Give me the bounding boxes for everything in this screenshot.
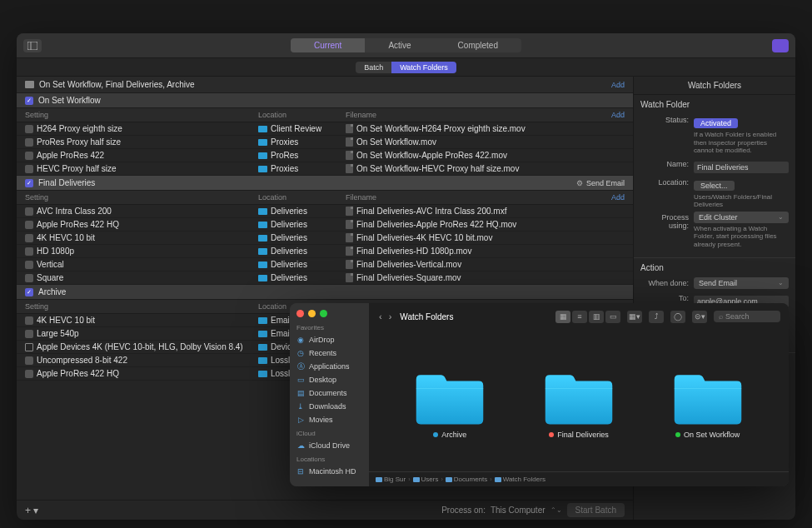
table-row[interactable]: ProRes Proxy half size Proxies On Set Wo…	[17, 136, 633, 149]
table-row[interactable]: HD 1080p Deliveries Final Deliveries-HD …	[17, 245, 633, 258]
folder-item[interactable]: Archive	[412, 371, 487, 439]
folder-icon	[258, 275, 267, 281]
sidebar-item-applications[interactable]: ⒶApplications	[290, 360, 369, 373]
folder-icon	[258, 235, 267, 242]
location-label: Location:	[640, 177, 689, 187]
preset-icon	[25, 370, 33, 378]
add-link[interactable]: Add	[611, 81, 625, 89]
list-view-button[interactable]: ≡	[572, 311, 587, 323]
start-batch-button[interactable]: Start Batch	[567, 503, 625, 517]
finder-window[interactable]: Favorites ◉AirDrop◷RecentsⒶApplications▭…	[290, 303, 789, 486]
add-link[interactable]: Add	[611, 193, 625, 202]
icon-view-button[interactable]: ▦	[555, 311, 570, 323]
sidebar-item-documents[interactable]: ▤Documents	[290, 386, 369, 400]
folder-icon	[258, 152, 267, 159]
group-button[interactable]: ▦▾	[627, 311, 642, 323]
name-input[interactable]	[694, 162, 789, 173]
location-select[interactable]: Select...	[694, 181, 735, 191]
table-row[interactable]: H264 Proxy eighth size Client Review On …	[17, 122, 633, 136]
subtab-batch[interactable]: Batch	[356, 62, 391, 73]
setting-name: HEVC Proxy half size	[37, 164, 117, 173]
tab-active[interactable]: Active	[365, 38, 434, 52]
table-row[interactable]: AVC Intra Class 200 Deliveries Final Del…	[17, 205, 633, 218]
sidebar-item-macintosh-hd[interactable]: ⊟Macintosh HD	[290, 465, 369, 478]
action-button[interactable]: ⊝▾	[692, 311, 707, 323]
add-link[interactable]: Add	[611, 111, 625, 119]
table-row[interactable]: Square Deliveries Final Deliveries-Squar…	[17, 271, 633, 285]
sidebar-icon: ▷	[296, 416, 305, 424]
path-segment[interactable]: Watch Folders	[495, 476, 545, 483]
share-button[interactable]: ⤴	[649, 311, 664, 323]
process-on-value[interactable]: This Computer	[491, 506, 545, 515]
path-segment[interactable]: Documents	[446, 476, 487, 483]
sidebar-item-recents[interactable]: ◷Recents	[290, 346, 369, 360]
folder-icon	[258, 126, 267, 132]
close-icon[interactable]	[296, 310, 304, 317]
finder-sidebar: Favorites ◉AirDrop◷RecentsⒶApplications▭…	[290, 303, 369, 486]
sidebar-icon: ▤	[296, 389, 305, 397]
table-row[interactable]: HEVC Proxy half size Proxies On Set Work…	[17, 162, 633, 176]
path-segment[interactable]: Users	[413, 476, 439, 483]
filename: On Set Workflow-H264 Proxy eighth size.m…	[356, 124, 526, 133]
tab-current[interactable]: Current	[291, 38, 365, 52]
status-value[interactable]: Activated	[694, 118, 738, 128]
minimize-icon[interactable]	[308, 310, 316, 317]
checkbox-icon[interactable]: ✓	[25, 179, 33, 187]
maximize-icon[interactable]	[320, 310, 327, 317]
folder-icon	[376, 477, 382, 482]
tag-button[interactable]: ◯	[670, 311, 685, 323]
sidebar-item-movies[interactable]: ▷Movies	[290, 413, 369, 426]
folder-icon	[258, 344, 267, 351]
preset-icon	[25, 138, 33, 147]
column-header: Setting Location Filename Add	[17, 108, 633, 122]
preset-icon	[25, 274, 33, 282]
checkbox-icon[interactable]: ✓	[25, 97, 33, 105]
subtab-watch-folders[interactable]: Watch Folders	[391, 62, 456, 73]
table-row[interactable]: Apple ProRes 422 ProRes On Set Workflow-…	[17, 149, 633, 162]
setting-name: Uncompressed 8-bit 422	[37, 356, 127, 365]
file-icon	[346, 164, 353, 173]
sidebar-item-desktop[interactable]: ▭Desktop	[290, 373, 369, 386]
file-icon	[346, 273, 353, 282]
process-using-dropdown[interactable]: Edit Cluster⌄	[694, 212, 789, 223]
table-row[interactable]: Apple ProRes 422 HQ Deliveries Final Del…	[17, 218, 633, 232]
search-input[interactable]: ⌕Search	[714, 311, 780, 322]
location-name: Deliveries	[271, 233, 307, 242]
checkbox-icon[interactable]: ✓	[25, 288, 33, 296]
folder-icon	[258, 317, 267, 324]
folder-item[interactable]: Final Deliveries	[541, 371, 616, 439]
favorites-label: Favorites	[290, 321, 369, 333]
section-bar[interactable]: ✓ Final Deliveries ⚙Send Email	[17, 176, 633, 191]
folder-item[interactable]: On Set Workflow	[670, 371, 745, 439]
add-button[interactable]: + ▾	[25, 505, 38, 516]
tab-completed[interactable]: Completed	[435, 38, 521, 52]
gallery-view-button[interactable]: ▭	[605, 311, 620, 323]
setting-name: Apple ProRes 422 HQ	[37, 220, 119, 229]
when-done-dropdown[interactable]: Send Email⌄	[694, 277, 789, 289]
section-bar[interactable]: ✓ Archive	[17, 285, 633, 300]
path-bar[interactable]: Big Sur›Users›Documents›Watch Folders	[369, 471, 789, 486]
when-done-label: When done:	[640, 277, 689, 287]
path-segment[interactable]: Big Sur	[376, 476, 406, 483]
preset-icon	[25, 330, 33, 338]
table-row[interactable]: Vertical Deliveries Final Deliveries-Ver…	[17, 258, 633, 271]
locations-label: Locations	[290, 452, 369, 465]
sidebar-item-icloud-drive[interactable]: ☁iCloud Drive	[290, 439, 369, 452]
status-hint: If a Watch Folder is enabled then inspec…	[694, 131, 789, 155]
forward-button[interactable]: ›	[387, 311, 394, 321]
section-name: On Set Workflow	[38, 96, 625, 105]
folder-icon	[670, 371, 745, 427]
back-button[interactable]: ‹	[377, 311, 384, 321]
sidebar-icon: ⊟	[296, 467, 305, 476]
location-name: Deliveries	[271, 273, 307, 282]
section-bar[interactable]: ✓ On Set Workflow	[17, 93, 633, 108]
table-row[interactable]: 4K HEVC 10 bit Deliveries Final Deliveri…	[17, 232, 633, 245]
finder-toolbar: ‹ › Watch Folders ▦ ≡ ▥ ▭ ▦▾ ⤴ ◯ ⊝▾ ⌕Sea…	[369, 303, 789, 330]
column-view-button[interactable]: ▥	[589, 311, 604, 323]
sidebar-toggle[interactable]	[23, 39, 42, 52]
location-path: Users/Watch Folders/Final Deliveries	[694, 193, 789, 208]
process-on-chevron[interactable]: ⌃⌄	[550, 506, 562, 514]
sidebar-item-airdrop[interactable]: ◉AirDrop	[290, 333, 369, 346]
inspector-toggle[interactable]	[772, 39, 789, 52]
sidebar-item-downloads[interactable]: ⤓Downloads	[290, 400, 369, 413]
